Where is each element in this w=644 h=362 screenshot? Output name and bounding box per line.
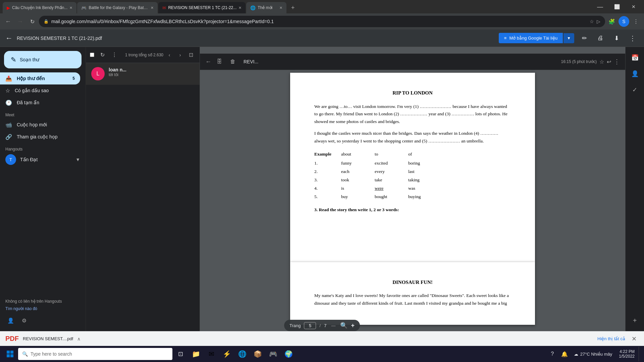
table-row-5: 5. buy bought buying: [314, 193, 511, 201]
start-button[interactable]: [3, 347, 17, 361]
pdf-back-button[interactable]: ←: [5, 34, 13, 43]
show-desktop-button[interactable]: [639, 347, 641, 361]
find-contact-link[interactable]: Tìm người nào đó: [0, 305, 86, 312]
close-download-bar-button[interactable]: ✕: [629, 334, 639, 344]
tab-1-close[interactable]: ✕: [69, 6, 72, 10]
cast-icon[interactable]: ▷: [597, 19, 600, 24]
paragraph3: My name's Katy and I love sweets! My fav…: [314, 292, 511, 307]
pdf-annotate-button[interactable]: ✏: [578, 32, 590, 44]
meet-section-label: Meet: [0, 109, 86, 119]
right-tasks-button[interactable]: ✓: [628, 83, 642, 97]
browser-menu-button[interactable]: ⋮: [631, 16, 641, 27]
delete-button[interactable]: 🗑: [227, 56, 238, 67]
pinned-chrome[interactable]: 🌍: [281, 347, 296, 361]
pinned-edge[interactable]: 🌐: [235, 347, 250, 361]
inbox-icon: 📥: [5, 75, 12, 82]
date-display: 1/5/2022: [619, 354, 635, 359]
hangouts-expand-icon[interactable]: ▼: [75, 157, 80, 162]
pinned-game[interactable]: 🎮: [266, 347, 280, 361]
tab-4[interactable]: 🌐 Thẻ mới ✕: [246, 2, 286, 13]
tab-4-close[interactable]: ✕: [279, 6, 282, 10]
pdf-title: REVISION SEMESTER 1 TC (21-22).pdf: [17, 36, 102, 41]
split-view-button[interactable]: ⊡: [186, 50, 196, 60]
prev-page-button[interactable]: ‹: [165, 50, 174, 60]
more-email-button[interactable]: ⋮: [614, 58, 620, 65]
tab-3[interactable]: ✉ REVISION SEMESTER 1 TC (21-22... ✕: [158, 2, 246, 13]
task-view-button[interactable]: ⊡: [173, 347, 188, 361]
page-number-input[interactable]: [304, 322, 316, 329]
page-separator: /: [320, 323, 321, 328]
svg-rect-3: [10, 354, 13, 357]
pinned-mail[interactable]: ✉: [204, 347, 219, 361]
add-hangout-button[interactable]: 👤: [5, 315, 16, 326]
refresh-button[interactable]: ↻: [97, 50, 108, 60]
select-all-checkbox[interactable]: [90, 53, 94, 57]
profile-button[interactable]: S: [619, 16, 629, 27]
content-area: ↻ ⋮ 1 trong tổng số 2.630 ‹ › ⊡ L loan n…: [86, 47, 644, 331]
tab-1[interactable]: ▶ Câu Chuyện Ink Bendy Phần... ✕: [3, 2, 76, 13]
system-tray-help[interactable]: ?: [547, 347, 558, 361]
hangouts-settings-button[interactable]: ⚙: [19, 315, 30, 326]
tab-bar: ▶ Câu Chuyện Ink Bendy Phần... ✕ 🎮 Battl…: [0, 0, 644, 13]
taskbar-search-icon: 🔍: [22, 351, 28, 357]
reply-button[interactable]: ↩: [607, 59, 611, 65]
back-to-inbox-button[interactable]: ←: [205, 58, 211, 65]
hangouts-user-name: Tấn Đạt: [20, 157, 38, 162]
taskbar-search-bar[interactable]: 🔍 Type here to search: [18, 348, 172, 360]
email-list-item[interactable]: L loan n... tới tôi: [86, 63, 200, 85]
hangouts-user-item[interactable]: T Tấn Đạt ▼: [0, 153, 86, 166]
sidebar-item-inbox[interactable]: 📥 Hộp thư đến 5: [0, 72, 80, 84]
notification-bell[interactable]: 🔔: [559, 347, 570, 361]
download-caret[interactable]: ∧: [77, 336, 80, 342]
pdf-nav-bar: Trang / 7 — 🔍 +: [284, 320, 360, 331]
star-button[interactable]: ☆: [599, 59, 604, 65]
next-page-button[interactable]: ›: [175, 50, 185, 60]
paragraph1: We are going …to… visit London tomorrow.…: [314, 103, 511, 126]
right-contacts-button[interactable]: 👤: [628, 67, 642, 80]
forward-button[interactable]: →: [15, 16, 25, 27]
new-tab-button[interactable]: +: [287, 2, 299, 13]
compose-button[interactable]: ✎ Soạn thư: [4, 51, 82, 68]
tab-3-close[interactable]: ✕: [238, 6, 241, 10]
archive-button[interactable]: 🗄: [214, 56, 225, 67]
pdf-print-button[interactable]: 🖨: [594, 32, 606, 44]
tab-2-close[interactable]: ✕: [151, 6, 154, 10]
clock-widget[interactable]: 4:22 PM 1/5/2022: [616, 347, 637, 361]
gmail-sidebar: ✎ Soạn thư 📥 Hộp thư đến 5 ☆ Có gắn dấu …: [0, 47, 86, 331]
right-calendar-button[interactable]: 📅: [628, 51, 642, 64]
reload-button[interactable]: ↻: [27, 16, 38, 27]
tab-2-favicon: 🎮: [81, 5, 87, 10]
extensions-button[interactable]: 🧩: [606, 16, 617, 27]
sidebar-item-new-meeting[interactable]: 📹 Cuộc họp mới: [0, 119, 80, 131]
section2-title: DINOSAUR FUN!: [314, 278, 511, 287]
address-bar[interactable]: 🔒 mail.google.com/mail/u/0/#inbox/FMfcgz…: [39, 16, 605, 27]
minimize-button[interactable]: —: [592, 1, 608, 12]
zoom-out-button[interactable]: 🔍: [340, 322, 347, 329]
weather-widget[interactable]: ☁ 27°C Nhiều mây: [571, 347, 615, 361]
zoom-in-button[interactable]: +: [351, 322, 355, 329]
pinned-app2[interactable]: 📦: [250, 347, 265, 361]
pinned-explorer[interactable]: 📁: [189, 347, 203, 361]
bookmark-icon[interactable]: ☆: [590, 19, 594, 24]
close-button[interactable]: ✕: [626, 1, 641, 12]
right-add-button[interactable]: +: [628, 314, 642, 327]
docs-icon: ≡: [504, 36, 507, 41]
open-dropdown-button[interactable]: ▼: [564, 33, 574, 43]
open-google-docs-button[interactable]: ≡ Mở bằng Google Tài liệu: [499, 33, 563, 43]
open-btn-label: Mở bằng Google Tài liệu: [509, 36, 557, 41]
table-row-3: 3. took take taking: [314, 176, 511, 184]
maximize-button[interactable]: ⬜: [609, 1, 625, 12]
back-button[interactable]: ←: [3, 16, 13, 27]
more-options-button[interactable]: ⋮: [109, 50, 120, 60]
sidebar-item-join-meeting[interactable]: 🔗 Tham gia cuộc họp: [0, 131, 80, 143]
answer-table: Example about to of 1. funny excited bor…: [314, 150, 511, 201]
sidebar-item-starred[interactable]: ☆ Có gắn dấu sao: [0, 84, 80, 97]
email-time-header: 16:15 (5 phút trước): [561, 59, 597, 64]
pdf-download-button[interactable]: ⬇: [610, 32, 623, 44]
email-list-toolbar: ↻ ⋮ 1 trong tổng số 2.630 ‹ › ⊡: [86, 47, 200, 63]
pdf-more-button[interactable]: ⋮: [627, 32, 639, 44]
tab-2[interactable]: 🎮 Battle for the Galaxy - Play Battl... …: [77, 2, 158, 13]
pinned-app1[interactable]: ⚡: [219, 347, 234, 361]
show-all-downloads-button[interactable]: Hiện thị tất cả: [597, 336, 625, 341]
sidebar-item-snoozed[interactable]: 🕐 Đã tạm ẩn: [0, 97, 80, 109]
